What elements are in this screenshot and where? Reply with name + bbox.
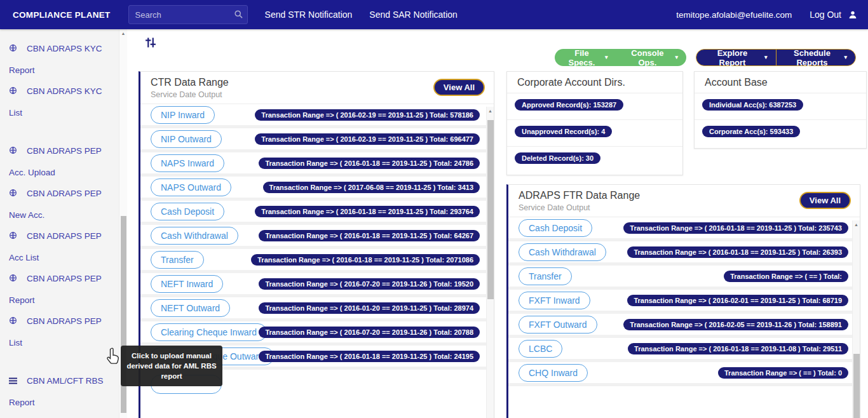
sidebar-item-label: CBN ADRAPS KYC Report <box>9 44 102 75</box>
account-base-panel: Account Base Individual Acc(s): 6387253C… <box>694 71 867 149</box>
sidebar-item-label: CBN ADRAPS KYC List <box>9 86 102 118</box>
table-row: LCBCTransaction Range => ( 2016-01-18 ==… <box>508 338 860 362</box>
person-icon[interactable] <box>848 10 858 20</box>
transaction-range-badge: Transaction Range => ( 2016-01-18 == 201… <box>259 230 480 241</box>
type-pill-button[interactable]: FXFT Inward <box>519 292 590 309</box>
transaction-range-badge: Transaction Range => ( 2016-01-20 == 201… <box>259 302 480 314</box>
record-count-badge: Corporate Acc(s): 593433 <box>702 126 800 137</box>
sidebar-item-label: CBN ADRAPS PEP Acc List <box>9 231 102 262</box>
filter-sliders-icon[interactable] <box>144 36 157 51</box>
transaction-range-badge: Transaction Range => ( 2016-02-19 == 201… <box>255 133 480 145</box>
account-base-rows: Individual Acc(s): 6387253Corporate Acc(… <box>695 93 866 147</box>
sidebar-item[interactable]: CBN ADRAPS KYC Report <box>9 38 113 81</box>
type-pill-button[interactable]: NEFT Inward <box>151 275 223 293</box>
panel-scrollbar[interactable]: ▲ <box>852 220 860 418</box>
console-ops-button[interactable]: Console Ops. ▾ <box>616 49 686 66</box>
table-row: Cash DepositTransaction Range => ( 2016-… <box>140 201 494 225</box>
record-row: Unapproved Record(s): 4 <box>507 120 682 147</box>
type-pill-button[interactable]: NIP Inward <box>151 106 215 124</box>
search-wrap <box>128 5 248 24</box>
panel-title: Account Base <box>705 77 856 88</box>
table-row: CHQ InwardTransaction Range => ( == ) To… <box>508 362 860 386</box>
table-row: NEFT OutwardTransaction Range => ( 2016-… <box>140 297 494 321</box>
type-pill-button[interactable]: NIP Outward <box>151 130 222 148</box>
type-pill-button[interactable]: NAPS Inward <box>151 154 224 172</box>
record-count-badge: Deleted Record(s): 30 <box>515 152 600 164</box>
sidebar-item[interactable]: CBN ADRAPS PEP List <box>9 311 113 353</box>
chevron-down-icon: ▾ <box>675 55 678 60</box>
table-row: NEFT InwardTransaction Range => ( 2016-0… <box>140 273 494 297</box>
panel-title: Corporate Account Dirs. <box>517 77 672 88</box>
file-specs-button[interactable]: File Specs. ▾ <box>555 49 616 66</box>
panel-scrollbar[interactable]: ▲ <box>486 107 494 418</box>
sidebar-item[interactable]: CBN ADRAPS PEP Report <box>9 268 113 311</box>
send-str-notification-link[interactable]: Send STR Notification <box>265 10 353 20</box>
type-pill-button[interactable]: Transfer <box>519 267 572 285</box>
type-pill-button[interactable]: NAPS Outward <box>151 179 231 196</box>
table-row: NAPS InwardTransaction Range => ( 2016-0… <box>140 152 494 177</box>
table-row: FXFT InwardTransaction Range => ( 2016-0… <box>508 290 860 314</box>
type-pill-button[interactable]: Transfer <box>151 251 204 269</box>
sidebar-item[interactable]: CBN ADRAPS PEP Acc List <box>9 226 113 268</box>
chevron-down-icon: ▾ <box>764 55 768 60</box>
scroll-up-arrow[interactable]: ▲ <box>487 107 494 116</box>
sidebar-item[interactable]: CBN ADRAPS KYC List <box>9 81 113 123</box>
search-icon[interactable] <box>234 10 243 22</box>
sidebar-item[interactable]: CBN ADRAPS PEP New Acc. <box>9 183 113 226</box>
transaction-range-badge: Transaction Range => ( == ) Total: 0 <box>718 367 848 379</box>
view-all-button[interactable]: View All <box>799 192 851 209</box>
sidebar-item[interactable]: CBN ADRAPS PEP Acc. Upload <box>9 140 113 183</box>
chevron-down-icon: ▾ <box>844 55 847 60</box>
record-row: Approved Record(s): 153287 <box>507 93 682 120</box>
globe-icon <box>9 311 18 332</box>
table-row: Clearing Cheque InwardTransaction Range … <box>140 321 494 346</box>
globe-icon <box>9 39 18 60</box>
sidebar-item-label: CBN ADRAPS PEP New Acc. <box>9 189 102 220</box>
transaction-range-badge: Transaction Range => ( 2016-01-18 == 201… <box>627 246 848 258</box>
scrollbar-thumb[interactable] <box>487 120 494 299</box>
tooltip: Click to upload manual derived data for … <box>121 346 222 386</box>
scroll-up-arrow[interactable]: ▲ <box>119 29 127 38</box>
table-row: Cash DepositTransaction Range => ( 2016-… <box>508 217 860 241</box>
table-row: NIP OutwardTransaction Range => ( 2016-0… <box>140 128 494 152</box>
sidebar-item[interactable]: CBN AML/CFT RBS List <box>9 413 113 418</box>
type-pill-button[interactable]: Cash Withdrawal <box>519 243 606 261</box>
type-pill-button[interactable]: CHQ Inward <box>519 364 588 382</box>
hand-cursor-icon <box>105 347 122 368</box>
transaction-range-badge: Transaction Range => ( 2016-01-18 == 201… <box>251 254 480 266</box>
panel-header: Account Base <box>695 72 866 93</box>
schedule-reports-button[interactable]: Schedule Reports ▾ <box>776 50 856 65</box>
transaction-range-badge: Transaction Range => ( 2016-02-01 == 201… <box>627 295 848 306</box>
type-pill-button[interactable]: Clearing Cheque Inward <box>151 323 267 341</box>
schedule-reports-label: Schedule Reports <box>785 48 840 67</box>
corporate-account-dirs-panel: Corporate Account Dirs. Approved Record(… <box>506 71 683 175</box>
send-sar-notification-link[interactable]: Send SAR Notification <box>369 10 458 20</box>
type-pill-button[interactable]: NEFT Outward <box>151 299 230 317</box>
type-pill-button[interactable]: Cash Withdrawal <box>151 227 238 245</box>
file-specs-label: File Specs. <box>563 48 600 67</box>
sidebar-item[interactable]: CBN AML/CFT RBS Report <box>9 370 113 413</box>
type-pill-button[interactable]: Cash Deposit <box>519 219 592 237</box>
view-all-button[interactable]: View All <box>433 79 485 96</box>
record-row: Deleted Record(s): 30 <box>507 147 682 173</box>
scrollbar-thumb[interactable] <box>853 354 860 418</box>
panel-header: CTR Data Range Service Date Output View … <box>140 72 494 104</box>
globe-icon <box>9 81 18 102</box>
table-row: Cash WithdrawalTransaction Range => ( 20… <box>508 241 860 266</box>
sidebar-group: CBN ADRAPS KYC ReportCBN ADRAPS KYC List <box>9 38 113 123</box>
logout-button[interactable]: Log Out <box>810 10 841 20</box>
sidebar-item-label: CBN AML/CFT RBS Report <box>9 376 104 407</box>
sidebar-group: CBN ADRAPS PEP Acc. UploadCBN ADRAPS PEP… <box>9 140 113 353</box>
menu-icon <box>9 414 18 418</box>
search-input[interactable] <box>128 5 248 24</box>
record-count-badge: Approved Record(s): 153287 <box>515 99 623 111</box>
type-pill-button[interactable]: LCBC <box>519 340 562 358</box>
globe-icon <box>9 269 18 290</box>
transaction-range-badge: Transaction Range => ( 2016-01-18 == 201… <box>255 206 480 217</box>
transaction-range-badge: Transaction Range => ( 2016-07-20 == 201… <box>259 278 480 290</box>
type-pill-button[interactable]: Cash Deposit <box>151 203 224 220</box>
explore-report-button[interactable]: Explore Report ▾ <box>696 50 776 65</box>
type-pill-button[interactable]: FXFT Outward <box>519 316 597 334</box>
scroll-up-arrow[interactable]: ▲ <box>853 220 860 229</box>
app-brand: COMPLIANCE PLANET <box>13 10 111 20</box>
